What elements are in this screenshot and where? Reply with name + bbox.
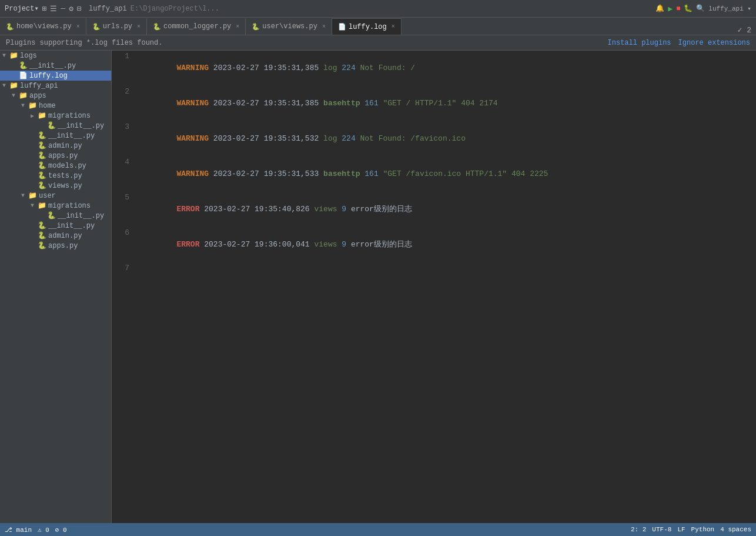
sidebar-item-apps-user[interactable]: 🐍 apps.py <box>0 241 111 251</box>
no-arrow-12 <box>31 232 38 239</box>
status-branch[interactable]: ⎇ main <box>5 526 32 534</box>
msg-3: Not Found: /favicon.ico <box>360 134 466 143</box>
tab-user-views[interactable]: 🐍 user\views.py × <box>246 18 332 35</box>
project-menu[interactable]: Project▾ <box>5 4 39 13</box>
code-editor[interactable]: 1 WARNING 2023-02-27 19:35:31,385 log 22… <box>112 51 756 523</box>
sidebar-item-luffy-log[interactable]: 📄 luffy.log <box>0 71 111 81</box>
python-icon-4: 🐍 <box>252 23 260 31</box>
tab-close-home-views[interactable]: × <box>76 24 80 30</box>
tab-close-user-views[interactable]: × <box>322 24 326 30</box>
folder-arrow-migrations-user: ▼ <box>31 202 38 209</box>
sidebar-item-home[interactable]: ▼ 📁 home <box>0 101 111 111</box>
sidebar-item-user[interactable]: ▼ 📁 user <box>0 191 111 201</box>
line-num-4: 4 <box>112 157 135 168</box>
status-indent[interactable]: 4 spaces <box>720 526 751 533</box>
toolbar-icon-1[interactable]: ⊞ <box>42 4 47 14</box>
status-bar-left: ⎇ main ⚠ 0 ⊘ 0 <box>5 526 631 534</box>
tab-urls-label: urls.py <box>103 22 132 31</box>
sidebar-item-migrations-home[interactable]: ▶ 📁 migrations <box>0 111 111 121</box>
sidebar-item-models-home[interactable]: 🐍 models.py <box>0 161 111 171</box>
sidebar-item-apps[interactable]: ▼ 📁 apps <box>0 91 111 101</box>
sidebar-item-label-migrations-home: migrations <box>48 112 91 120</box>
status-warnings: ⚠ 0 <box>38 526 49 534</box>
toolbar-icon-3[interactable]: — <box>61 4 65 13</box>
warning-keyword-4: WARNING <box>176 169 209 178</box>
sidebar-item-apps-home[interactable]: 🐍 apps.py <box>0 151 111 161</box>
plugin-actions: Install plugins Ignore extensions <box>608 39 750 47</box>
folder-arrow-migrations-home: ▶ <box>31 112 38 119</box>
sidebar-label-admin-user: admin.py <box>48 232 82 240</box>
tab-close-luffy-log[interactable]: × <box>392 24 395 30</box>
project-path-detail: E:\DjangoProject\l... <box>131 5 219 13</box>
folder-arrow-logs: ▼ <box>2 52 9 59</box>
no-arrow-4 <box>31 132 38 139</box>
toolbar-icon-4[interactable]: ⊟ <box>77 4 82 14</box>
warning-keyword: WARNING <box>176 64 209 72</box>
sidebar-item-admin-user[interactable]: 🐍 admin.py <box>0 231 111 241</box>
tab-urls[interactable]: 🐍 urls.py × <box>86 18 147 35</box>
top-bar-right: 🔔 ▶ ■ 🐛 🔍 luffy_api ▾ <box>655 4 751 14</box>
python-icon-init-user: 🐍 <box>38 221 46 230</box>
no-arrow-7 <box>31 162 38 169</box>
folder-icon-luffy-api: 📁 <box>9 81 18 90</box>
sidebar-item-init-migrations-home[interactable]: 🐍 __init__.py <box>0 121 111 131</box>
debug-icon[interactable]: 🐛 <box>684 4 693 13</box>
sidebar-item-views-home[interactable]: 🐍 views.py <box>0 181 111 191</box>
tab-luffy-log[interactable]: 📄 luffy.log × <box>332 18 402 35</box>
folder-arrow-luffy-api: ▼ <box>2 82 9 89</box>
no-arrow <box>12 62 19 69</box>
basehttp-keyword-2: basehttp <box>323 169 360 178</box>
tab-common-logger[interactable]: 🐍 common_logger.py × <box>147 18 246 35</box>
msg-6: error级别的日志 <box>351 240 412 249</box>
python-icon-2: 🐍 <box>92 23 101 31</box>
sidebar-item-label-logs: logs <box>20 52 37 60</box>
number-6: 9 <box>337 240 351 249</box>
line-content-3: WARNING 2023-02-27 19:35:31,532 log 224 … <box>135 121 756 157</box>
search-icon[interactable]: 🔍 <box>696 4 705 13</box>
log-file-icon: 📄 <box>19 71 28 80</box>
no-arrow-9 <box>31 182 38 189</box>
tab-home-views[interactable]: 🐍 home\views.py × <box>0 18 86 35</box>
notification-icon[interactable]: 🔔 <box>655 4 664 13</box>
sidebar-item-init-1[interactable]: 🐍 __init__.py <box>0 61 111 71</box>
luffy-api-label: luffy_api ▾ <box>708 5 751 12</box>
tab-close-urls[interactable]: × <box>137 24 141 30</box>
tab-user-views-label: user\views.py <box>262 22 317 31</box>
sidebar-label-init-home: __init__.py <box>48 132 95 140</box>
sidebar-item-init-migrations-user[interactable]: 🐍 __init__.py <box>0 211 111 221</box>
run-icon[interactable]: ▶ <box>668 4 673 14</box>
line-content-4: WARNING 2023-02-27 19:35:31,533 basehttp… <box>135 157 756 192</box>
tab-luffy-log-label: luffy.log <box>349 23 387 31</box>
toolbar-icon-2[interactable]: ☰ <box>50 4 57 14</box>
ignore-extensions-link[interactable]: Ignore extensions <box>678 39 750 47</box>
views-keyword-6: views <box>314 240 337 249</box>
no-arrow-2 <box>12 72 19 79</box>
status-encoding[interactable]: UTF-8 <box>652 526 671 533</box>
sidebar-item-label-luffy-api: luffy_api <box>20 82 58 90</box>
sidebar-item-init-home[interactable]: 🐍 __init__.py <box>0 131 111 141</box>
sidebar-item-logs[interactable]: ▼ 📁 logs <box>0 51 111 61</box>
sidebar-item-luffy-api[interactable]: ▼ 📁 luffy_api <box>0 81 111 91</box>
sidebar-item-label-user: user <box>39 192 56 200</box>
no-arrow-8 <box>31 172 38 179</box>
status-line-sep[interactable]: LF <box>677 526 685 533</box>
number-2: 161 <box>360 99 383 108</box>
stop-icon[interactable]: ■ <box>676 5 680 13</box>
sidebar-item-admin-home[interactable]: 🐍 admin.py <box>0 141 111 151</box>
tab-close-common-logger[interactable]: × <box>236 24 239 30</box>
sidebar-item-init-user[interactable]: 🐍 __init__.py <box>0 221 111 231</box>
python-icon-init-home: 🐍 <box>38 131 46 140</box>
sidebar-item-label-luffy-log: luffy.log <box>29 72 68 80</box>
status-language[interactable]: Python <box>691 526 715 533</box>
sidebar-item-tests-home[interactable]: 🐍 tests.py <box>0 171 111 181</box>
python-icon: 🐍 <box>6 23 14 31</box>
warning-keyword-3: WARNING <box>176 134 209 143</box>
log-icon: 📄 <box>338 23 346 31</box>
views-keyword-5: views <box>314 205 337 214</box>
python-icon-3: 🐍 <box>153 23 161 31</box>
install-plugins-link[interactable]: Install plugins <box>608 39 671 47</box>
folder-arrow-apps: ▼ <box>12 92 19 99</box>
toolbar-icon-settings[interactable]: ⚙ <box>69 4 73 14</box>
error-keyword-6: ERROR <box>176 240 199 249</box>
sidebar-item-migrations-user[interactable]: ▼ 📁 migrations <box>0 201 111 211</box>
